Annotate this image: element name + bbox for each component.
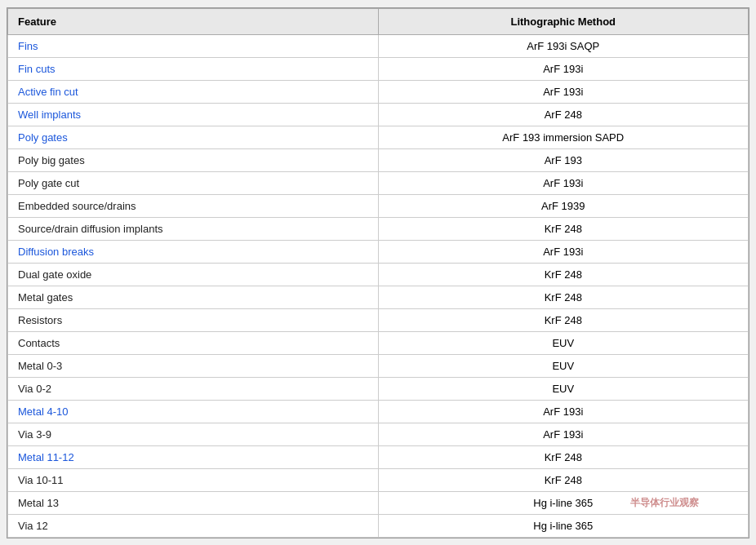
table-row: Well implantsArF 248 bbox=[8, 103, 749, 126]
header-row: Feature Lithographic Method bbox=[8, 8, 749, 34]
table-row: Metal 11-12KrF 248 bbox=[8, 445, 749, 468]
feature-cell: Metal 0-3 bbox=[8, 354, 379, 377]
table-row: ContactsEUV bbox=[8, 331, 749, 354]
method-cell: ArF 193i bbox=[378, 240, 749, 263]
method-cell: ArF 193i bbox=[378, 80, 749, 103]
table-row: Poly gate cutArF 193i bbox=[8, 171, 749, 194]
method-cell: ArF 193i bbox=[378, 57, 749, 80]
table-row: Metal 4-10ArF 193i bbox=[8, 400, 749, 423]
table-row: Active fin cutArF 193i bbox=[8, 80, 749, 103]
method-cell: EUV bbox=[378, 354, 749, 377]
feature-cell: Resistors bbox=[8, 308, 379, 331]
table-row: Via 0-2EUV bbox=[8, 377, 749, 400]
feature-cell: Metal 4-10 bbox=[8, 400, 379, 423]
table-row: Metal 0-3EUV bbox=[8, 354, 749, 377]
method-cell: ArF 193 immersion SAPD bbox=[378, 126, 749, 148]
feature-cell: Diffusion breaks bbox=[8, 240, 379, 263]
feature-cell: Fins bbox=[8, 34, 379, 57]
feature-cell: Fin cuts bbox=[8, 57, 379, 80]
method-cell: ArF 193 bbox=[378, 148, 749, 171]
method-cell: KrF 248 bbox=[378, 286, 749, 308]
table-row: Fin cutsArF 193i bbox=[8, 57, 749, 80]
table-row: Embedded source/drainsArF 1939 bbox=[8, 194, 749, 217]
table-row: Dual gate oxideKrF 248 bbox=[8, 263, 749, 286]
table-row: Diffusion breaksArF 193i bbox=[8, 240, 749, 263]
table-row: Via 10-11KrF 248 bbox=[8, 468, 749, 491]
feature-cell: Active fin cut bbox=[8, 80, 379, 103]
table-row: Metal 13Hg i-line 365半导体行业观察 bbox=[8, 491, 749, 514]
header-feature: Feature bbox=[8, 8, 379, 34]
method-cell: Hg i-line 365 bbox=[378, 514, 749, 537]
table-row: Via 12Hg i-line 365 bbox=[8, 514, 749, 537]
feature-cell: Via 12 bbox=[8, 514, 379, 537]
method-cell: KrF 248 bbox=[378, 308, 749, 331]
feature-cell: Metal gates bbox=[8, 286, 379, 308]
feature-cell: Dual gate oxide bbox=[8, 263, 379, 286]
feature-cell: Well implants bbox=[8, 103, 379, 126]
method-cell: ArF 193i SAQP bbox=[378, 34, 749, 57]
feature-cell: Contacts bbox=[8, 331, 379, 354]
method-cell: ArF 193i bbox=[378, 423, 749, 445]
table-row: Poly gatesArF 193 immersion SAPD bbox=[8, 126, 749, 148]
table-row: Via 3-9ArF 193i bbox=[8, 423, 749, 445]
method-cell: EUV bbox=[378, 331, 749, 354]
method-cell: Hg i-line 365半导体行业观察 bbox=[378, 491, 749, 514]
method-cell: KrF 248 bbox=[378, 217, 749, 240]
table-container: Feature Lithographic Method FinsArF 193i… bbox=[7, 7, 749, 538]
feature-cell: Source/drain diffusion implants bbox=[8, 217, 379, 240]
method-cell: KrF 248 bbox=[378, 445, 749, 468]
table-row: Metal gatesKrF 248 bbox=[8, 286, 749, 308]
table-row: Source/drain diffusion implantsKrF 248 bbox=[8, 217, 749, 240]
table-row: FinsArF 193i SAQP bbox=[8, 34, 749, 57]
feature-cell: Via 10-11 bbox=[8, 468, 379, 491]
method-cell: KrF 248 bbox=[378, 468, 749, 491]
method-cell: ArF 248 bbox=[378, 103, 749, 126]
method-cell: ArF 1939 bbox=[378, 194, 749, 217]
feature-cell: Embedded source/drains bbox=[8, 194, 379, 217]
method-cell: KrF 248 bbox=[378, 263, 749, 286]
feature-cell: Via 0-2 bbox=[8, 377, 379, 400]
feature-cell: Poly big gates bbox=[8, 148, 379, 171]
feature-cell: Poly gates bbox=[8, 126, 379, 148]
feature-cell: Metal 11-12 bbox=[8, 445, 379, 468]
method-cell: ArF 193i bbox=[378, 171, 749, 194]
method-cell: EUV bbox=[378, 377, 749, 400]
table-row: Poly big gatesArF 193 bbox=[8, 148, 749, 171]
table-row: ResistorsKrF 248 bbox=[8, 308, 749, 331]
header-method: Lithographic Method bbox=[378, 8, 749, 34]
feature-cell: Metal 13 bbox=[8, 491, 379, 514]
method-cell: ArF 193i bbox=[378, 400, 749, 423]
lithographic-table: Feature Lithographic Method FinsArF 193i… bbox=[7, 8, 749, 538]
feature-cell: Poly gate cut bbox=[8, 171, 379, 194]
feature-cell: Via 3-9 bbox=[8, 423, 379, 445]
watermark: 半导体行业观察 bbox=[630, 496, 699, 510]
